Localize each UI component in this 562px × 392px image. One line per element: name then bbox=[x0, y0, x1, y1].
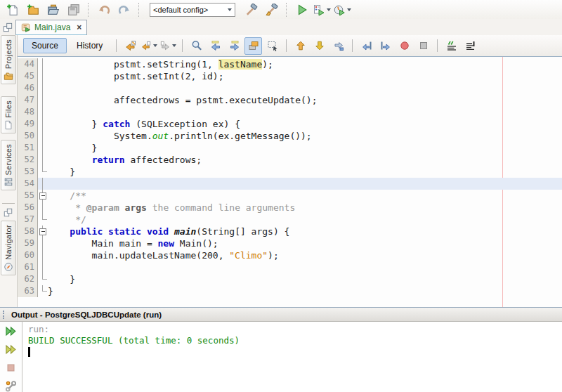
line-number[interactable]: 54 bbox=[18, 178, 38, 190]
debug-project-button[interactable] bbox=[313, 1, 332, 19]
drag-handle-icon[interactable] bbox=[3, 311, 7, 319]
line-number[interactable]: 55 bbox=[18, 190, 38, 202]
code-line[interactable]: 53 } bbox=[18, 166, 562, 178]
next-bookmark-button[interactable] bbox=[311, 37, 328, 55]
code-line[interactable]: 59 Main main = new Main(); bbox=[18, 237, 562, 249]
code-line[interactable]: 61 bbox=[18, 261, 562, 273]
line-number[interactable]: 58 bbox=[18, 226, 38, 237]
view-button-history[interactable]: History bbox=[68, 38, 111, 53]
line-number[interactable]: 51 bbox=[18, 142, 38, 154]
fold-margin bbox=[38, 106, 48, 118]
dock-window-icon[interactable] bbox=[3, 22, 13, 32]
comment-button[interactable] bbox=[443, 37, 460, 55]
run-project-button[interactable] bbox=[292, 1, 311, 19]
undo-button[interactable] bbox=[94, 1, 113, 19]
shift-line-right-button[interactable] bbox=[377, 37, 394, 55]
code-line[interactable]: 54 bbox=[18, 178, 562, 190]
code-line[interactable]: 58 public static void main(String[] args… bbox=[18, 226, 562, 237]
sidebar-tab-label: Services bbox=[4, 144, 13, 176]
back-button[interactable] bbox=[140, 37, 158, 55]
stop-build-button[interactable] bbox=[4, 360, 19, 374]
stop-macro-recording-button[interactable] bbox=[414, 37, 432, 55]
fold-margin bbox=[38, 190, 48, 202]
code-line[interactable]: 46 bbox=[18, 82, 562, 94]
clean-build-project-button[interactable] bbox=[262, 1, 281, 19]
sidebar-tab-navigator[interactable]: Navigator bbox=[1, 221, 16, 275]
open-project-button[interactable] bbox=[44, 1, 63, 19]
editor-toolbar: SourceHistory bbox=[18, 35, 562, 57]
forward-button[interactable] bbox=[159, 37, 177, 55]
code-line[interactable]: 45 pstmt.setInt(2, id); bbox=[18, 70, 562, 82]
code-text: } bbox=[48, 142, 562, 154]
code-editor[interactable]: 44 pstmt.setString(1, lastName);45 pstmt… bbox=[18, 57, 562, 307]
config-combobox[interactable]: <default config> bbox=[150, 3, 235, 17]
shift-line-left-button[interactable] bbox=[358, 37, 375, 55]
code-line[interactable]: 49 } catch (SQLException ex) { bbox=[18, 118, 562, 130]
code-fold-toggle-icon[interactable] bbox=[39, 192, 46, 200]
sidebar-tab-projects[interactable]: Projects bbox=[1, 35, 16, 84]
line-number[interactable]: 63 bbox=[18, 285, 38, 297]
previous-bookmark-button[interactable] bbox=[292, 37, 309, 55]
rerun-icon bbox=[5, 325, 17, 337]
rerun-with-different-parameters-button[interactable] bbox=[4, 342, 19, 356]
toggle-rectangular-selection-button[interactable] bbox=[263, 37, 281, 55]
code-line[interactable]: 56 * @param args the command line argume… bbox=[18, 202, 562, 214]
sidebar-tab-services[interactable]: Services bbox=[1, 140, 16, 191]
toggle-bookmark-button[interactable] bbox=[329, 37, 347, 55]
line-number[interactable]: 44 bbox=[18, 58, 38, 70]
ant-settings-button[interactable] bbox=[4, 379, 19, 392]
code-line[interactable]: 44 pstmt.setString(1, lastName); bbox=[18, 58, 562, 70]
last-edit-location-button[interactable] bbox=[122, 37, 139, 55]
line-number[interactable]: 60 bbox=[18, 249, 38, 261]
start-macro-recording-button[interactable] bbox=[396, 37, 413, 55]
line-number[interactable]: 48 bbox=[18, 106, 38, 118]
code-line[interactable]: 47 affectedrows = pstmt.executeUpdate(); bbox=[18, 94, 562, 106]
save-all-icon bbox=[67, 4, 80, 16]
line-number[interactable]: 56 bbox=[18, 202, 38, 214]
view-button-source[interactable]: Source bbox=[23, 38, 67, 53]
rerun-button[interactable] bbox=[4, 324, 19, 338]
new-file-button[interactable] bbox=[3, 1, 22, 19]
code-line[interactable]: 55 /** bbox=[18, 190, 562, 202]
code-line[interactable]: 60 main.updateLastName(200, "Climo"); bbox=[18, 249, 562, 261]
code-line[interactable]: 62 } bbox=[18, 273, 562, 285]
build-project-button[interactable] bbox=[242, 1, 261, 19]
line-number[interactable]: 53 bbox=[18, 166, 38, 178]
save-all-button[interactable] bbox=[64, 1, 83, 19]
fold-margin bbox=[38, 261, 48, 273]
close-icon[interactable] bbox=[77, 23, 81, 32]
code-fold-toggle-icon[interactable] bbox=[39, 228, 46, 235]
code-line[interactable]: 63} bbox=[18, 285, 562, 297]
next-occurrence-button[interactable] bbox=[226, 37, 243, 55]
tab-main-java[interactable]: Main.java bbox=[15, 20, 87, 36]
line-number[interactable]: 61 bbox=[18, 261, 38, 273]
shift-right-icon bbox=[380, 40, 391, 51]
code-line[interactable]: 57 */ bbox=[18, 214, 562, 226]
sidebar-tab-files[interactable]: Files bbox=[1, 96, 16, 133]
fold-margin bbox=[38, 142, 48, 154]
line-number[interactable]: 52 bbox=[18, 154, 38, 166]
code-line[interactable]: 48 bbox=[18, 106, 562, 118]
line-number[interactable]: 62 bbox=[18, 273, 38, 285]
line-number[interactable]: 59 bbox=[18, 237, 38, 249]
line-number[interactable]: 49 bbox=[18, 118, 38, 130]
code-line[interactable]: 52 return affectedrows; bbox=[18, 154, 562, 166]
nav-back-icon bbox=[141, 40, 151, 51]
find-selection-button[interactable] bbox=[188, 37, 205, 55]
profile-project-button[interactable] bbox=[333, 1, 352, 19]
code-line[interactable]: 51 } bbox=[18, 142, 562, 154]
new-project-button[interactable] bbox=[23, 1, 42, 19]
line-number[interactable]: 45 bbox=[18, 70, 38, 82]
redo-button[interactable] bbox=[115, 1, 133, 19]
line-number[interactable]: 46 bbox=[18, 82, 38, 94]
line-number[interactable]: 57 bbox=[18, 214, 38, 226]
line-number[interactable]: 47 bbox=[18, 94, 38, 106]
uncomment-button[interactable] bbox=[462, 37, 479, 55]
previous-occurrence-button[interactable] bbox=[207, 37, 224, 55]
output-line: run: bbox=[28, 324, 562, 335]
toggle-highlight-search-button[interactable] bbox=[244, 37, 262, 55]
line-number[interactable]: 50 bbox=[18, 130, 38, 142]
dock-window-icon[interactable] bbox=[4, 208, 13, 218]
output-console[interactable]: run:BUILD SUCCESSFUL (total time: 0 seco… bbox=[22, 322, 562, 392]
code-line[interactable]: 50 System.out.println(ex.getMessage()); bbox=[18, 130, 562, 142]
